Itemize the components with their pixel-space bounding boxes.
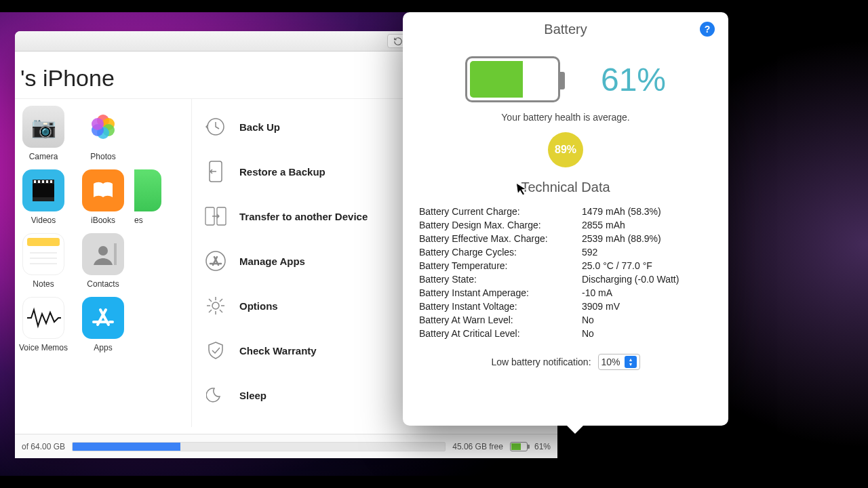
table-row: Battery Charge Cycles:592 [416, 245, 715, 259]
svg-rect-6 [33, 182, 54, 199]
history-icon [393, 37, 403, 46]
voicememos-icon [22, 297, 64, 339]
chevron-updown-icon: ▴▾ [625, 356, 637, 368]
app-item-apps[interactable]: Apps [75, 297, 132, 352]
technical-data-table: Battery Current Charge:1479 mAh (58.3%) … [416, 205, 715, 340]
svg-rect-10 [38, 180, 40, 183]
ibooks-icon [82, 169, 124, 211]
app-label: Videos [31, 216, 56, 225]
action-label: Transfer to another Device [239, 211, 368, 222]
app-label: Contacts [87, 279, 119, 289]
storage-total: of 64.00 GB [22, 442, 65, 451]
cut-icon [134, 169, 161, 211]
low-battery-notif-label: Low battery notification: [491, 357, 591, 367]
letterbox [0, 0, 868, 12]
table-row: Battery Effective Max. Charge:2539 mAh (… [416, 232, 715, 245]
battery-percent-large: 61% [601, 61, 666, 98]
moon-icon [204, 384, 227, 407]
table-row: Battery State:Discharging (-0.0 Watt) [416, 272, 715, 286]
mini-battery-icon[interactable] [510, 442, 528, 451]
bottom-bar: of 64.00 GB 45.06 GB free 61% [15, 434, 557, 458]
action-label: Manage Apps [239, 256, 305, 267]
backup-icon [204, 115, 227, 138]
svg-line-42 [209, 310, 212, 312]
svg-rect-11 [42, 180, 44, 183]
battery-large-icon [465, 56, 560, 102]
restore-icon [204, 160, 227, 183]
table-row: Battery Instant Amperage:-10 mA [416, 286, 715, 300]
svg-point-5 [92, 118, 104, 130]
table-row: Battery Current Charge:1479 mAh (58.3%) [416, 205, 715, 218]
table-row: Battery Design Max. Charge:2855 mAh [416, 218, 715, 232]
app-label: Photos [90, 152, 115, 161]
videos-icon [22, 169, 64, 211]
popover-title: Battery [416, 22, 715, 37]
action-label: Back Up [239, 121, 280, 133]
battery-percent-small: 61% [534, 442, 551, 451]
battery-health-text: Your battery health is average. [416, 112, 715, 123]
appstore-icon [82, 297, 124, 339]
table-row: Battery Temperature:25.0 °C / 77.0 °F [416, 259, 715, 272]
table-row: Battery At Warn Level:No [416, 313, 715, 327]
svg-point-34 [212, 302, 219, 309]
svg-rect-13 [50, 180, 52, 183]
storage-bar[interactable] [72, 442, 446, 451]
warranty-icon [204, 339, 227, 362]
app-item-voicememos[interactable]: Voice Memos [15, 297, 72, 352]
app-label: es [134, 216, 143, 225]
battery-health-badge: 89% [548, 132, 583, 167]
camera-icon: 📷 [22, 106, 64, 148]
table-row: Battery Instant Voltage:3909 mV [416, 300, 715, 313]
action-label: Check Warranty [239, 345, 317, 357]
app-label: Voice Memos [19, 343, 68, 352]
contacts-icon [82, 233, 124, 275]
app-label: Apps [94, 343, 112, 352]
svg-rect-9 [34, 180, 36, 183]
storage-free: 45.06 GB free [452, 442, 503, 451]
svg-rect-8 [33, 197, 54, 201]
svg-line-39 [209, 299, 212, 302]
action-label: Options [239, 300, 278, 312]
select-value: 10% [601, 357, 620, 367]
notes-icon [22, 233, 64, 275]
battery-popover: Battery ? 61% Your battery health is ave… [403, 12, 728, 426]
manage-apps-icon [204, 249, 227, 272]
app-item-camera[interactable]: 📷 Camera [15, 106, 72, 161]
app-item-ibooks[interactable]: iBooks [75, 169, 132, 225]
svg-rect-12 [46, 180, 48, 183]
svg-rect-20 [114, 243, 117, 265]
app-item-contacts[interactable]: Contacts [75, 233, 132, 289]
photos-icon [82, 106, 124, 148]
svg-point-19 [98, 246, 108, 256]
svg-rect-14 [27, 238, 60, 246]
letterbox [0, 476, 868, 488]
apps-grid: 📷 Camera Photos Videos iBooks [15, 99, 191, 427]
help-icon[interactable]: ? [700, 22, 715, 37]
storage-fill [73, 443, 180, 451]
low-battery-notif-select[interactable]: 10% ▴▾ [598, 354, 640, 370]
app-item-notes[interactable]: Notes [15, 233, 72, 289]
svg-line-41 [220, 299, 222, 302]
app-item-videos[interactable]: Videos [15, 169, 72, 225]
app-label: Camera [29, 152, 58, 161]
technical-data-title: Technical Data [416, 180, 715, 195]
app-item-photos[interactable]: Photos [75, 106, 132, 161]
gear-icon [204, 294, 227, 317]
action-label: Restore a Backup [239, 166, 326, 178]
action-label: Sleep [239, 390, 267, 401]
app-label: iBooks [91, 216, 115, 225]
table-row: Battery At Critical Level:No [416, 327, 715, 340]
device-title: 's iPhone [20, 65, 115, 92]
app-item-cut-left[interactable]: es [134, 169, 191, 225]
app-label: Notes [33, 279, 54, 289]
transfer-icon [204, 205, 227, 228]
svg-line-40 [220, 310, 222, 312]
